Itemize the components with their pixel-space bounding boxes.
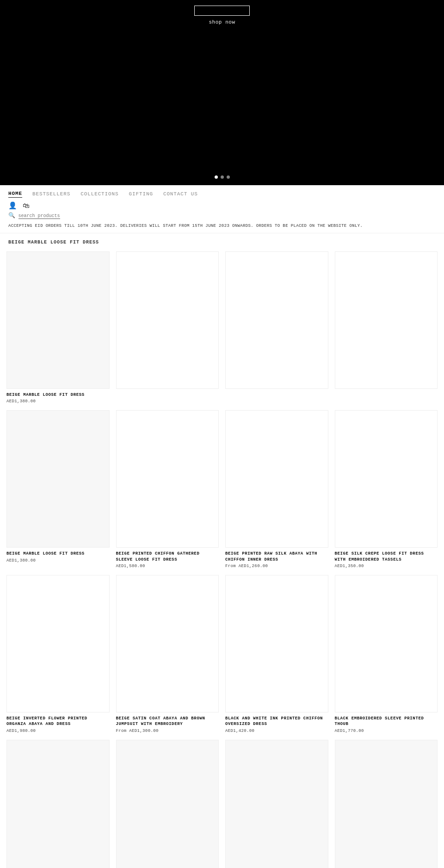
- product-price: AED1,980.00: [6, 729, 110, 733]
- product-price: AED1,770.00: [335, 729, 438, 733]
- product-card[interactable]: OMBRE TULLE FLARED DRESSAED6,200.00: [335, 740, 438, 868]
- nav-item-bestsellers[interactable]: BESTSELLERS: [32, 191, 70, 198]
- product-card[interactable]: BEIGE MARBLE LOOSE FIT DRESSAED1,380.00: [6, 410, 110, 568]
- product-image: [335, 575, 438, 712]
- product-price: AED1,380.00: [6, 558, 110, 563]
- product-name: BEIGE SATIN COAT ABAYA AND BROWN JUMPSUI…: [116, 716, 219, 727]
- product-card[interactable]: TEXTURED SATIN TUBE DRESS WITH LONG TRAI…: [6, 740, 110, 868]
- product-image: [116, 251, 219, 389]
- nav-icons: 👤 🛍: [0, 198, 444, 210]
- product-name: BEIGE INVERTED FLOWER PRINTED ORGANZA AB…: [6, 716, 110, 727]
- hero-logo-box: [194, 6, 250, 16]
- product-card[interactable]: BEIGE INVERTED FLOWER PRINTED ORGANZA AB…: [6, 575, 110, 733]
- product-card[interactable]: [225, 251, 328, 404]
- product-image: [116, 410, 219, 548]
- hero-dots: [215, 175, 230, 179]
- product-price: From AED1,300.00: [116, 729, 219, 733]
- product-price: From AED1,260.00: [225, 564, 328, 568]
- nav-item-home[interactable]: HOME: [8, 191, 22, 198]
- account-icon[interactable]: 👤: [8, 201, 17, 210]
- product-name: BEIGE PRINTED CHIFFON GATHERED SLEEVE LO…: [116, 551, 219, 562]
- product-name: BEIGE MARBLE LOOSE FIT DRESS: [6, 551, 110, 557]
- product-image: [116, 740, 219, 868]
- product-card[interactable]: FITTED VELVET DRESS WITH BOWAED4,270.00: [116, 740, 219, 868]
- search-input[interactable]: [18, 213, 60, 219]
- cart-icon[interactable]: 🛍: [23, 202, 30, 210]
- product-grid: BEIGE MARBLE LOOSE FIT DRESSAED1,380.00B…: [0, 248, 444, 868]
- nav-item-contact-us[interactable]: CONTACT US: [163, 191, 198, 198]
- product-card[interactable]: [116, 251, 219, 404]
- product-card[interactable]: BEIGE PRINTED CHIFFON GATHERED SLEEVE LO…: [116, 410, 219, 568]
- hero-section: shop now: [0, 0, 444, 185]
- product-card[interactable]: BEIGE SATIN COAT ABAYA AND BROWN JUMPSUI…: [116, 575, 219, 733]
- product-card[interactable]: BLACK EMBROIDERED SLEEVE PRINTED THOUBAE…: [335, 575, 438, 733]
- product-image: [335, 740, 438, 868]
- product-name: BEIGE MARBLE LOOSE FIT DRESS: [6, 392, 110, 398]
- product-image: [6, 251, 110, 389]
- product-price: AED1,380.00: [6, 399, 110, 404]
- product-image: [225, 410, 328, 548]
- search-bar: 🔍: [0, 210, 444, 219]
- product-card[interactable]: BLACK AND WHITE INK PRINTED CHIFFON OVER…: [225, 575, 328, 733]
- product-name: BEIGE PRINTED RAW SILK ABAYA WITH CHIFFO…: [225, 551, 328, 562]
- product-name: BLACK EMBROIDERED SLEEVE PRINTED THOUB: [335, 716, 438, 727]
- announcement-bar: ACCEPTING EID ORDERS TILL 10TH JUNE 2023…: [0, 219, 444, 233]
- hero-shop-now[interactable]: shop now: [209, 19, 235, 25]
- product-image: [225, 740, 328, 868]
- product-price: AED1,350.00: [335, 564, 438, 568]
- product-image: [6, 740, 110, 868]
- hero-dot-2[interactable]: [221, 175, 224, 179]
- product-image: [335, 410, 438, 548]
- product-card[interactable]: FITTED SATIN DRESS WITH A PLEATED TULLE …: [225, 740, 328, 868]
- product-card[interactable]: BEIGE PRINTED RAW SILK ABAYA WITH CHIFFO…: [225, 410, 328, 568]
- section-label: BEIGE MARBLE LOOSE FIT DRESS: [0, 233, 444, 248]
- product-name: BLACK AND WHITE INK PRINTED CHIFFON OVER…: [225, 716, 328, 727]
- product-image: [225, 575, 328, 712]
- nav-item-collections[interactable]: COLLECTIONS: [80, 191, 118, 198]
- product-image: [225, 251, 328, 389]
- product-image: [6, 575, 110, 712]
- hero-dot-3[interactable]: [227, 175, 230, 179]
- nav-bar: HOMEBESTSELLERSCOLLECTIONSGIFTINGCONTACT…: [0, 185, 444, 198]
- product-price: AED1,580.00: [116, 564, 219, 568]
- product-price: AED1,420.00: [225, 729, 328, 733]
- product-card[interactable]: BEIGE SILK CREPE LOOSE FIT DRESS WITH EM…: [335, 410, 438, 568]
- nav-item-gifting[interactable]: GIFTING: [129, 191, 153, 198]
- product-image: [335, 251, 438, 389]
- product-card[interactable]: [335, 251, 438, 404]
- search-icon[interactable]: 🔍: [8, 212, 15, 219]
- product-image: [6, 410, 110, 548]
- product-name: BEIGE SILK CREPE LOOSE FIT DRESS WITH EM…: [335, 551, 438, 562]
- hero-dot-1[interactable]: [215, 175, 218, 179]
- product-image: [116, 575, 219, 712]
- product-card[interactable]: BEIGE MARBLE LOOSE FIT DRESSAED1,380.00: [6, 251, 110, 404]
